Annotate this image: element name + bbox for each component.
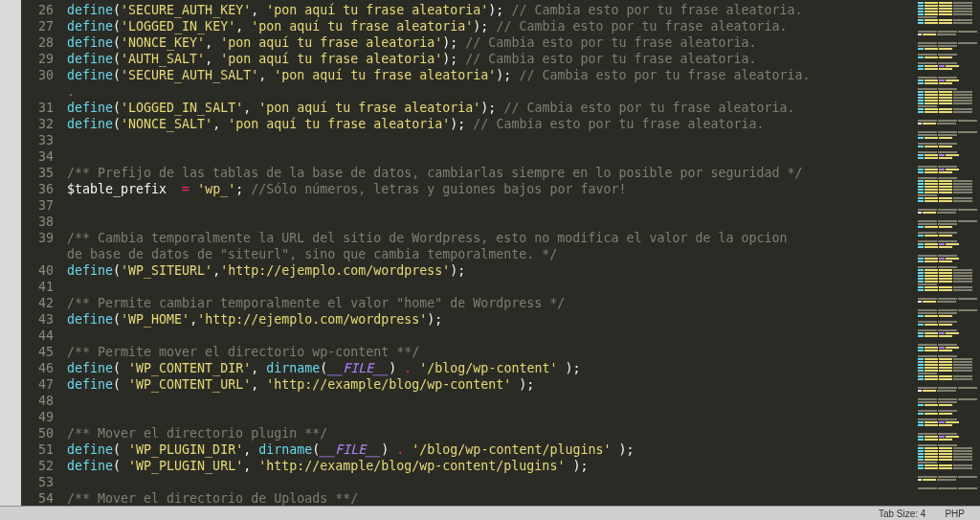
line-number: 40 xyxy=(21,262,67,279)
line-number: 29 xyxy=(21,51,67,67)
line-number: 34 xyxy=(21,148,67,165)
line-number: 33 xyxy=(21,132,67,148)
code-text[interactable]: de base de datos de "siteurl", sino que … xyxy=(67,246,915,262)
line-number: 30 xyxy=(21,67,67,83)
left-gutter-strip xyxy=(0,0,21,506)
code-text[interactable]: /** Mover el directorio plugin **/ xyxy=(67,425,915,441)
statusbar-tab-size[interactable]: Tab Size: 4 xyxy=(869,509,935,519)
code-text[interactable]: /** Mover el directorio de Uploads **/ xyxy=(67,490,915,506)
code-line[interactable]: 45 /** Permite mover el directorio wp-co… xyxy=(21,344,915,360)
code-line[interactable]: 29 define('AUTH_SALT', 'pon aquí tu fras… xyxy=(21,51,915,67)
line-number: 49 xyxy=(21,409,67,425)
line-number xyxy=(21,246,67,262)
code-text[interactable]: define('AUTH_SALT', 'pon aquí tu frase a… xyxy=(67,51,915,67)
code-text[interactable]: define('NONCE_KEY', 'pon aquí tu frase a… xyxy=(67,34,915,51)
line-number: 46 xyxy=(21,360,67,376)
code-text[interactable]: define( 'WP_PLUGIN_DIR', dirname(__FILE_… xyxy=(67,441,915,458)
line-number: 51 xyxy=(21,441,67,458)
editor-window: 26 define('SECURE_AUTH_KEY', 'pon aquí t… xyxy=(0,0,980,520)
code-text[interactable] xyxy=(67,328,915,344)
code-text[interactable] xyxy=(67,214,915,230)
line-number: 45 xyxy=(21,344,67,360)
status-bar: Tab Size: 4 PHP xyxy=(0,506,980,520)
line-number: 44 xyxy=(21,328,67,344)
code-text[interactable]: define('NONCE_SALT', 'pon aquí tu frase … xyxy=(67,116,915,132)
code-text[interactable]: /** Permite mover el directorio wp-conte… xyxy=(67,344,915,360)
line-number: 43 xyxy=(21,311,67,328)
line-number: 42 xyxy=(21,295,67,311)
main-area: 26 define('SECURE_AUTH_KEY', 'pon aquí t… xyxy=(0,0,980,506)
line-number: 52 xyxy=(21,458,67,474)
code-text[interactable]: /** Cambia temporalmente la URL del siti… xyxy=(67,230,915,246)
line-number: 38 xyxy=(21,214,67,230)
code-text[interactable] xyxy=(67,279,915,295)
line-number: 54 xyxy=(21,490,67,506)
line-number: 50 xyxy=(21,425,67,441)
code-line[interactable]: 40 define('WP_SITEURL','http://ejemplo.c… xyxy=(21,262,915,279)
code-line[interactable]: 43 define('WP_HOME','http://ejemplo.com/… xyxy=(21,311,915,328)
line-number: 41 xyxy=(21,279,67,295)
line-number: 35 xyxy=(21,165,67,181)
code-text[interactable]: define('LOGGED_IN_KEY', 'pon aquí tu fra… xyxy=(67,18,915,34)
line-number: 53 xyxy=(21,474,67,490)
line-number: 28 xyxy=(21,34,67,51)
code-line[interactable]: 42 /** Permite cambiar temporalmente el … xyxy=(21,295,915,311)
code-line[interactable]: 35 /** Prefijo de las tablas de la base … xyxy=(21,165,915,181)
code-line[interactable]: 32 define('NONCE_SALT', 'pon aquí tu fra… xyxy=(21,116,915,132)
code-line[interactable]: 39 /** Cambia temporalmente la URL del s… xyxy=(21,230,915,246)
line-number: 26 xyxy=(21,2,67,18)
code-line[interactable]: 34 xyxy=(21,148,915,165)
code-area[interactable]: 26 define('SECURE_AUTH_KEY', 'pon aquí t… xyxy=(21,0,915,506)
line-number: 37 xyxy=(21,197,67,214)
code-text[interactable] xyxy=(67,132,915,148)
code-line[interactable]: 33 xyxy=(21,132,915,148)
code-text[interactable]: /** Permite cambiar temporalmente el val… xyxy=(67,295,915,311)
line-number: 32 xyxy=(21,116,67,132)
code-text[interactable]: define('WP_HOME','http://ejemplo.com/wor… xyxy=(67,311,915,328)
code-text[interactable] xyxy=(67,409,915,425)
code-text[interactable]: define('SECURE_AUTH_KEY', 'pon aquí tu f… xyxy=(67,2,915,18)
code-text[interactable]: define( 'WP_CONTENT_DIR', dirname(__FILE… xyxy=(67,360,915,376)
code-line[interactable]: 47 define( 'WP_CONTENT_URL', 'http://exa… xyxy=(21,376,915,393)
line-number: 27 xyxy=(21,18,67,34)
code-line[interactable]: 38 xyxy=(21,214,915,230)
statusbar-syntax[interactable]: PHP xyxy=(935,509,974,519)
code-line[interactable]: 30 define('SECURE_AUTH_SALT', 'pon aquí … xyxy=(21,67,915,83)
code-text[interactable]: . xyxy=(67,83,915,100)
code-text[interactable] xyxy=(67,197,915,214)
line-number: 47 xyxy=(21,376,67,393)
code-line[interactable]: 41 xyxy=(21,279,915,295)
code-text[interactable]: define('SECURE_AUTH_SALT', 'pon aquí tu … xyxy=(67,67,915,83)
code-line[interactable]: 44 xyxy=(21,328,915,344)
code-line[interactable]: 53 xyxy=(21,474,915,490)
code-line[interactable]: 26 define('SECURE_AUTH_KEY', 'pon aquí t… xyxy=(21,2,915,18)
code-line[interactable]: 54 /** Mover el directorio de Uploads **… xyxy=(21,490,915,506)
code-text[interactable]: define('WP_SITEURL','http://ejemplo.com/… xyxy=(67,262,915,279)
minimap[interactable] xyxy=(915,0,980,506)
code-line[interactable]: 49 xyxy=(21,409,915,425)
code-text[interactable]: define( 'WP_PLUGIN_URL', 'http://example… xyxy=(67,458,915,474)
code-line[interactable]: 52 define( 'WP_PLUGIN_URL', 'http://exam… xyxy=(21,458,915,474)
code-line[interactable]: 27 define('LOGGED_IN_KEY', 'pon aquí tu … xyxy=(21,18,915,34)
code-text[interactable]: define('LOGGED_IN_SALT', 'pon aquí tu fr… xyxy=(67,100,915,116)
code-line[interactable]: 31 define('LOGGED_IN_SALT', 'pon aquí tu… xyxy=(21,100,915,116)
line-number xyxy=(21,83,67,100)
code-editor[interactable]: 26 define('SECURE_AUTH_KEY', 'pon aquí t… xyxy=(21,0,915,506)
code-text[interactable] xyxy=(67,474,915,490)
code-text[interactable]: $table_prefix = 'wp_'; //Sólo números, l… xyxy=(67,181,915,197)
minimap-content xyxy=(916,0,980,492)
code-line[interactable]: 50 /** Mover el directorio plugin **/ xyxy=(21,425,915,441)
code-line[interactable]: de base de datos de "siteurl", sino que … xyxy=(21,246,915,262)
code-line[interactable]: 48 xyxy=(21,393,915,409)
code-text[interactable]: /** Prefijo de las tablas de la base de … xyxy=(67,165,915,181)
code-line[interactable]: 51 define( 'WP_PLUGIN_DIR', dirname(__FI… xyxy=(21,441,915,458)
code-line[interactable]: 46 define( 'WP_CONTENT_DIR', dirname(__F… xyxy=(21,360,915,376)
code-text[interactable]: define( 'WP_CONTENT_URL', 'http://exampl… xyxy=(67,376,915,393)
line-number: 36 xyxy=(21,181,67,197)
code-line[interactable]: 28 define('NONCE_KEY', 'pon aquí tu fras… xyxy=(21,34,915,51)
code-text[interactable] xyxy=(67,148,915,165)
code-text[interactable] xyxy=(67,393,915,409)
code-line[interactable]: . xyxy=(21,83,915,100)
code-line[interactable]: 36 $table_prefix = 'wp_'; //Sólo números… xyxy=(21,181,915,197)
code-line[interactable]: 37 xyxy=(21,197,915,214)
